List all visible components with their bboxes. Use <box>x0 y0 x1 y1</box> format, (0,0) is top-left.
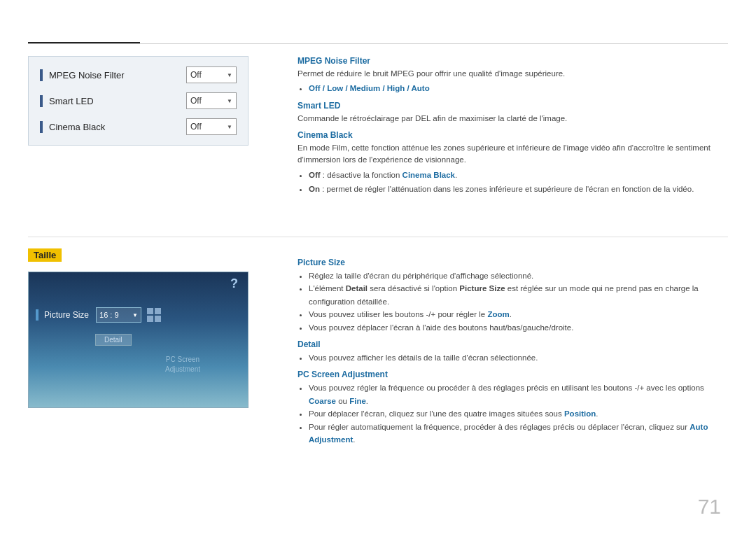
pc-bullet-3: Pour régler automatiquement la fréquence… <box>309 421 728 447</box>
right-panel-bottom: Picture Size Réglez la taille d'écran du… <box>298 258 728 451</box>
section-title-pc-screen: PC Screen Adjustment <box>298 370 728 379</box>
ps-bullet-2: L'élément Detail sera désactivé si l'opt… <box>309 282 728 308</box>
picture-size-dropdown[interactable]: 16 : 9 ▼ <box>96 307 141 323</box>
grid-cell-2 <box>155 308 161 314</box>
section-smart-led: Smart LED Commande le rétroéclairage par… <box>298 101 728 125</box>
picture-size-label: Picture Size <box>44 310 89 320</box>
bullet-mpeg-1: Off / Low / Medium / High / Auto <box>309 82 728 94</box>
menu-label-smart-led: Smart LED <box>49 96 186 106</box>
bullet-cb-1: Off : désactive la fonction Cinema Black… <box>309 169 728 183</box>
picture-size-arrow: ▼ <box>132 312 138 318</box>
menu-row-cinema-black: Cinema Black Off ▼ <box>40 118 237 135</box>
dropdown-mpeg-value: Off <box>190 70 202 80</box>
menu-bar-mpeg <box>40 69 43 81</box>
section-bullets-mpeg: Off / Low / Medium / High / Auto <box>309 82 728 94</box>
left-menu-panel: MPEG Noise Filter Off ▼ Smart LED Off ▼ … <box>28 56 248 146</box>
taille-label: Taille <box>28 248 62 262</box>
section-cinema-black: Cinema Black En mode Film, cette fonctio… <box>298 130 728 197</box>
pc-screen-btn[interactable]: PC Screen Adjustment <box>165 355 200 374</box>
grid-cell-1 <box>147 308 153 314</box>
question-mark-icon: ? <box>230 276 238 291</box>
section-picture-size: Picture Size Réglez la taille d'écran du… <box>298 258 728 334</box>
section-title-picture-size: Picture Size <box>298 258 728 267</box>
page-number: 71 <box>698 495 721 519</box>
pc-screen-line1: PC Screen <box>165 355 200 365</box>
mid-divider <box>28 237 728 237</box>
menu-row-mpeg: MPEG Noise Filter Off ▼ <box>40 66 237 83</box>
section-detail: Detail Vous pouvez afficher les détails … <box>298 339 728 364</box>
section-mpeg: MPEG Noise Filter Permet de réduire le b… <box>298 56 728 95</box>
section-desc-mpeg: Permet de réduire le bruit MPEG pour off… <box>298 68 728 80</box>
detail-btn-label[interactable]: Detail <box>95 334 132 346</box>
menu-bar-cinema-black <box>40 121 43 133</box>
section-title-mpeg: MPEG Noise Filter <box>298 56 728 66</box>
dropdown-mpeg-arrow: ▼ <box>227 72 232 78</box>
grid-cell-4 <box>155 316 161 322</box>
picture-size-bar <box>36 309 38 321</box>
dropdown-smart-led[interactable]: Off ▼ <box>186 92 237 109</box>
dropdown-cinema-black-arrow: ▼ <box>227 124 232 130</box>
ps-bullet-1: Réglez la taille d'écran du périphérique… <box>309 269 728 282</box>
picture-size-row: Picture Size 16 : 9 ▼ <box>36 307 161 323</box>
picture-size-value: 16 : 9 <box>99 311 119 319</box>
detail-bullet-1: Vous pouvez afficher les détails de la t… <box>309 351 728 364</box>
pc-screen-line2: Adjustment <box>165 365 200 374</box>
dropdown-mpeg[interactable]: Off ▼ <box>186 66 237 83</box>
dropdown-smart-led-arrow: ▼ <box>227 98 232 104</box>
detail-button[interactable]: Detail <box>95 334 132 346</box>
pc-bullet-2: Pour déplacer l'écran, cliquez sur l'une… <box>309 407 728 420</box>
grid-cell-3 <box>147 316 153 322</box>
top-divider-right <box>28 43 728 44</box>
panel-bg <box>29 272 248 407</box>
dropdown-cinema-black-value: Off <box>190 122 202 132</box>
ps-bullet-3: Vous pouvez utiliser les boutons -/+ pou… <box>309 308 728 321</box>
menu-row-smart-led: Smart LED Off ▼ <box>40 92 237 109</box>
grid-icon[interactable] <box>147 308 161 322</box>
bullet-mpeg-1-text: Off / Low / Medium / High / Auto <box>309 84 430 92</box>
bullets-pc-screen: Vous pouvez régler la fréquence ou procé… <box>309 381 728 446</box>
section-desc-cinema-black: En mode Film, cette fonction atténue les… <box>298 142 728 167</box>
section-title-smart-led: Smart LED <box>298 101 728 111</box>
bullets-picture-size: Réglez la taille d'écran du périphérique… <box>309 269 728 334</box>
menu-label-mpeg: MPEG Noise Filter <box>49 70 186 80</box>
dropdown-cinema-black[interactable]: Off ▼ <box>186 118 237 135</box>
picture-size-panel: ? Picture Size 16 : 9 ▼ Detail PC Screen… <box>28 272 248 408</box>
section-title-detail: Detail <box>298 339 728 349</box>
section-desc-smart-led: Commande le rétroéclairage par DEL afin … <box>298 113 728 125</box>
section-bullets-cinema-black: Off : désactive la fonction Cinema Black… <box>309 169 728 196</box>
dropdown-smart-led-value: Off <box>190 96 202 106</box>
menu-bar-smart-led <box>40 95 43 107</box>
bullets-detail: Vous pouvez afficher les détails de la t… <box>309 351 728 364</box>
section-title-cinema-black: Cinema Black <box>298 130 728 140</box>
pc-bullet-1: Vous pouvez régler la fréquence ou procé… <box>309 381 728 407</box>
ps-bullet-4: Vous pouvez déplacer l'écran à l'aide de… <box>309 321 728 334</box>
right-panel-top: MPEG Noise Filter Permet de réduire le b… <box>298 56 728 202</box>
section-pc-screen: PC Screen Adjustment Vous pouvez régler … <box>298 370 728 446</box>
bullet-cb-2: On : permet de régler l'atténuation dans… <box>309 183 728 197</box>
menu-label-cinema-black: Cinema Black <box>49 122 186 132</box>
